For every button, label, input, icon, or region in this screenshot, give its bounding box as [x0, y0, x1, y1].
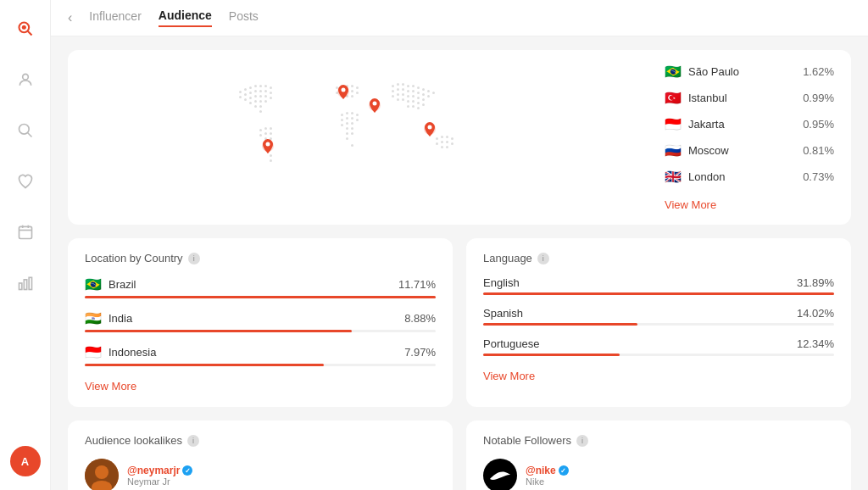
- svg-rect-116: [436, 137, 438, 140]
- svg-rect-106: [422, 98, 425, 101]
- lookalikes-title: Audience lookalikes i: [85, 434, 436, 447]
- svg-rect-100: [392, 95, 394, 97]
- svg-rect-42: [270, 127, 272, 130]
- svg-rect-82: [351, 144, 353, 147]
- lookalikes-info-icon[interactable]: i: [187, 435, 199, 447]
- world-map: [85, 70, 648, 205]
- svg-rect-71: [346, 117, 348, 120]
- svg-rect-53: [336, 86, 338, 89]
- neymar-name: Neymar Jr: [127, 476, 192, 487]
- language-title-text: Language: [483, 252, 532, 264]
- svg-point-3: [22, 74, 28, 80]
- lang-english-pct: 31.89%: [797, 276, 834, 289]
- svg-rect-32: [270, 97, 272, 99]
- svg-rect-26: [270, 92, 272, 94]
- location-india: 🇮🇳 India 8.88%: [85, 310, 436, 332]
- notable-nike: @nike ✓ Nike: [483, 459, 834, 490]
- country-india-pct: 8.88%: [404, 312, 436, 325]
- map-view-more[interactable]: View More: [665, 198, 834, 211]
- svg-rect-62: [356, 92, 359, 94]
- svg-rect-77: [346, 127, 348, 130]
- svg-rect-122: [441, 146, 443, 148]
- neymar-handle: @neymarjr ✓: [127, 465, 192, 476]
- svg-rect-74: [341, 124, 343, 126]
- sidebar-icon-magnify[interactable]: [10, 115, 41, 146]
- svg-rect-20: [239, 96, 242, 98]
- location-info-icon[interactable]: i: [188, 253, 200, 264]
- notable-title-text: Notable Followers: [483, 434, 571, 447]
- svg-rect-118: [446, 136, 448, 138]
- svg-rect-121: [446, 141, 448, 143]
- svg-rect-38: [259, 105, 262, 108]
- notable-followers-card: Notable Followers i @nike ✓ Nike: [466, 420, 851, 490]
- svg-rect-69: [356, 114, 359, 116]
- location-card: Location by Country i 🇧🇷 Brazil 11.71% 🇮…: [68, 238, 453, 407]
- map-stats: 🇧🇷 São Paulo 1.62% 🇹🇷 Istanbul 0.99% 🇮🇩 …: [665, 64, 834, 211]
- location-brazil: 🇧🇷 Brazil 11.71%: [85, 276, 436, 298]
- svg-rect-21: [244, 93, 247, 96]
- sidebar-icon-search[interactable]: [10, 14, 41, 44]
- notable-info-icon[interactable]: i: [576, 435, 588, 447]
- lookalikes-title-text: Audience lookalikes: [85, 434, 182, 447]
- tab-influencer[interactable]: Influencer: [89, 9, 141, 26]
- map-card: 🇧🇷 São Paulo 1.62% 🇹🇷 Istanbul 0.99% 🇮🇩 …: [68, 50, 851, 225]
- flag-india-country: 🇮🇳: [85, 310, 102, 326]
- svg-rect-73: [356, 119, 359, 121]
- pct-sao-paulo: 1.62%: [803, 65, 834, 78]
- sidebar-icon-heart[interactable]: [10, 166, 41, 197]
- neymar-info: @neymarjr ✓ Neymar Jr: [127, 465, 192, 487]
- sidebar: A: [0, 0, 51, 490]
- svg-rect-87: [412, 85, 415, 87]
- svg-rect-108: [402, 98, 404, 101]
- svg-rect-98: [422, 93, 425, 96]
- svg-rect-43: [259, 134, 262, 136]
- language-info-icon[interactable]: i: [537, 253, 549, 264]
- svg-rect-99: [427, 95, 430, 97]
- back-button[interactable]: ‹: [68, 10, 72, 25]
- sidebar-icon-chart[interactable]: [10, 268, 41, 298]
- svg-rect-125: [451, 142, 453, 145]
- flag-turkey: 🇹🇷: [665, 90, 682, 106]
- svg-rect-101: [397, 93, 399, 96]
- svg-rect-44: [264, 132, 267, 135]
- svg-point-135: [95, 465, 108, 479]
- svg-rect-124: [451, 137, 453, 140]
- map-stat-row-1: 🇹🇷 Istanbul 0.99%: [665, 90, 834, 106]
- svg-rect-111: [417, 102, 420, 104]
- svg-rect-93: [397, 88, 399, 91]
- svg-rect-78: [351, 127, 353, 130]
- svg-rect-40: [259, 129, 262, 131]
- svg-rect-114: [412, 105, 415, 108]
- tab-audience[interactable]: Audience: [159, 8, 212, 27]
- language-view-more[interactable]: View More: [483, 370, 535, 382]
- svg-rect-96: [412, 90, 415, 92]
- svg-rect-17: [259, 85, 262, 87]
- map-stat-row-0: 🇧🇷 São Paulo 1.62%: [665, 64, 834, 80]
- language-spanish: Spanish 14.02%: [483, 307, 834, 326]
- svg-rect-47: [270, 137, 272, 140]
- svg-rect-91: [432, 92, 435, 94]
- location-view-more[interactable]: View More: [85, 380, 136, 393]
- svg-point-127: [266, 142, 270, 147]
- map-stat-row-3: 🇷🇺 Moscow 0.81%: [665, 142, 834, 159]
- svg-rect-57: [356, 86, 359, 89]
- lang-spanish-pct: 14.02%: [797, 307, 834, 320]
- svg-rect-104: [412, 95, 415, 97]
- bottom-row: Location by Country i 🇧🇷 Brazil 11.71% 🇮…: [68, 238, 851, 407]
- svg-rect-102: [402, 93, 404, 96]
- language-card-title: Language i: [483, 252, 834, 264]
- sidebar-avatar[interactable]: A: [10, 446, 41, 476]
- svg-rect-110: [412, 100, 415, 103]
- svg-rect-6: [19, 226, 31, 238]
- pct-moscow: 0.81%: [803, 144, 834, 157]
- sidebar-icon-calendar[interactable]: [10, 217, 41, 248]
- pct-istanbul: 0.99%: [803, 92, 834, 104]
- country-brazil-pct: 11.71%: [398, 278, 436, 291]
- svg-rect-83: [392, 85, 394, 87]
- city-moscow: Moscow: [688, 144, 796, 157]
- svg-point-2: [21, 25, 25, 30]
- sidebar-icon-user[interactable]: [10, 64, 41, 95]
- svg-rect-10: [19, 283, 21, 290]
- tab-posts[interactable]: Posts: [229, 9, 259, 26]
- svg-rect-109: [407, 100, 409, 103]
